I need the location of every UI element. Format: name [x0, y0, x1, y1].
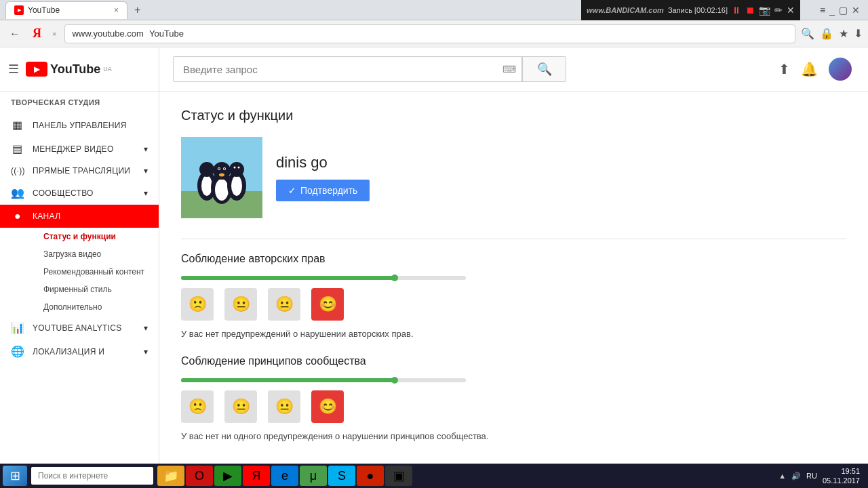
strike-face-2: 😐: [224, 288, 257, 321]
new-tab-button[interactable]: +: [130, 3, 144, 18]
toolbar-icons: 🔍 🔒 ★ ⬇: [801, 27, 863, 40]
notification-bell-icon[interactable]: 🔔: [801, 61, 818, 77]
svg-point-6: [215, 179, 229, 201]
community-section: Соблюдение принципов сообщества 🙁 😐 😐 😊 …: [181, 355, 846, 441]
star-icon[interactable]: ★: [839, 27, 848, 40]
search-area: ⌨ 🔍: [159, 56, 778, 82]
branding-label: Фирменный стиль: [43, 285, 112, 294]
svg-point-16: [234, 167, 236, 169]
page-wrapper: ☰ ▶ YouTube UA ⌨ 🔍 ⬆ 🔔: [0, 47, 868, 488]
close-window-icon[interactable]: ✕: [852, 5, 860, 16]
search-toolbar-icon[interactable]: 🔍: [801, 27, 814, 40]
sidebar-channel-label: КАНАЛ: [33, 211, 60, 221]
status-label: Статус и функции: [43, 232, 116, 241]
chevron-down-icon-community: ▾: [144, 188, 148, 198]
sidebar-localization-label: ЛОКАЛИЗАЦИЯ И: [33, 347, 104, 357]
taskbar-yandex[interactable]: Я: [243, 466, 270, 486]
taskbar-app-dark[interactable]: ▣: [385, 466, 412, 486]
upload-label: Загрузка видео: [43, 249, 101, 259]
browser-tab[interactable]: YouTube ×: [5, 1, 127, 19]
chevron-down-icon-live: ▾: [144, 166, 148, 176]
upload-icon[interactable]: ⬆: [778, 61, 790, 77]
menu-icon[interactable]: ≡: [820, 5, 825, 16]
sidebar-sub-recommended[interactable]: Рекомендованный контент: [33, 263, 159, 281]
sidebar-item-localization[interactable]: 🌐 ЛОКАЛИЗАЦИЯ И ▾: [0, 340, 159, 363]
svg-point-3: [201, 176, 212, 196]
taskbar-ie[interactable]: e: [271, 466, 298, 486]
yandex-logo: Я: [30, 25, 44, 42]
sidebar-item-dashboard[interactable]: ▦ ПАНЕЛЬ УПРАВЛЕНИЯ: [0, 113, 159, 137]
address-bar[interactable]: www.youtube.com YouTube: [64, 24, 795, 43]
sidebar-item-community[interactable]: 👥 СООБЩЕСТВО ▾: [0, 181, 159, 205]
minimize-icon[interactable]: _: [829, 5, 835, 16]
lang-indicator: RU: [806, 472, 817, 480]
page-title: Статус и функции: [181, 108, 846, 123]
bandicam-edit-icon: ✏: [774, 5, 783, 16]
sidebar-analytics-label: YOUTUBE ANALYTICS: [33, 323, 122, 333]
chevron-down-icon-localization: ▾: [144, 347, 148, 357]
user-avatar[interactable]: [829, 58, 852, 81]
start-button[interactable]: ⊞: [3, 466, 27, 486]
taskbar-utorrent[interactable]: μ: [300, 466, 327, 486]
localization-icon: 🌐: [11, 345, 24, 358]
hamburger-menu[interactable]: ☰: [8, 62, 19, 77]
community-progress-track: [181, 378, 466, 382]
yt-icon: ▶: [26, 62, 47, 77]
copyright-title: Соблюдение авторских прав: [181, 253, 846, 265]
youtube-logo[interactable]: ▶ YouTube UA: [26, 62, 112, 77]
keyboard-icon[interactable]: ⌨: [497, 57, 522, 81]
yt-ua-label: UA: [103, 66, 112, 73]
taskbar-winamp[interactable]: ▶: [214, 466, 241, 486]
tab-close-button[interactable]: ×: [114, 5, 119, 15]
download-icon[interactable]: ⬇: [854, 27, 863, 40]
chevron-down-icon-analytics: ▾: [144, 323, 148, 333]
sidebar-item-channel[interactable]: ● КАНАЛ: [0, 205, 159, 228]
chevron-down-icon: ▾: [144, 144, 148, 154]
svg-point-11: [218, 168, 220, 169]
svg-point-8: [219, 174, 224, 177]
sidebar-item-video-manager[interactable]: ▤ МЕНЕДЖЕР ВИДЕО ▾: [0, 137, 159, 161]
analytics-icon: 📊: [11, 321, 24, 334]
taskbar-bandicam[interactable]: ●: [357, 466, 384, 486]
maximize-icon[interactable]: ▢: [839, 5, 848, 16]
sidebar-sub-advanced[interactable]: Дополнительно: [33, 298, 159, 316]
community-progress-wrap: [181, 378, 846, 382]
taskbar-skype[interactable]: S: [328, 466, 355, 486]
channel-info: dinis go ✓ Подтвердить: [276, 154, 370, 201]
address-page: YouTube: [149, 28, 184, 39]
bandicam-close-icon[interactable]: ✕: [787, 5, 795, 16]
taskbar-search-input[interactable]: [31, 467, 153, 485]
sidebar-sub-branding[interactable]: Фирменный стиль: [33, 281, 159, 298]
sidebar-sub-status[interactable]: Статус и функции: [33, 228, 159, 245]
search-button[interactable]: 🔍: [522, 57, 566, 81]
community-face-active: 😊: [311, 390, 344, 423]
sys-network-icon: 🔊: [791, 472, 801, 481]
taskbar-file-explorer[interactable]: 📁: [157, 466, 184, 486]
video-manager-icon: ▤: [11, 142, 24, 155]
live-icon: ((·)): [11, 166, 24, 176]
taskbar-system-tray: ▲ 🔊 RU 19:51 05.11.2017: [773, 466, 865, 486]
search-icon: 🔍: [537, 62, 552, 77]
dashboard-icon: ▦: [11, 119, 24, 131]
search-input[interactable]: [174, 57, 497, 81]
bandicam-bar: www.BANDICAM.com Запись [00:02:16] ⏸ ⏹ 📷…: [581, 0, 800, 20]
windows-taskbar: ⊞ 📁 O ▶ Я e μ S ● ▣ ▲ 🔊 RU 19:51 05.11.2…: [0, 464, 868, 488]
channel-avatar-image: [181, 137, 262, 218]
checkmark-icon: ✓: [288, 185, 296, 196]
sys-tray-arrow[interactable]: ▲: [778, 472, 786, 480]
sidebar-item-live[interactable]: ((·)) ПРЯМЫЕ ТРАНСЛЯЦИИ ▾: [0, 161, 159, 181]
confirm-button[interactable]: ✓ Подтвердить: [276, 180, 370, 201]
sidebar-item-analytics[interactable]: 📊 YOUTUBE ANALYTICS ▾: [0, 316, 159, 340]
bandicam-title: www.BANDICAM.com: [587, 6, 664, 14]
divider-1: [181, 239, 846, 239]
community-progress-indicator: [391, 377, 398, 384]
youtube-top-bar: ☰ ▶ YouTube UA ⌨ 🔍 ⬆ 🔔: [0, 47, 868, 92]
taskbar-opera[interactable]: O: [186, 466, 213, 486]
bandicam-record-icon: ⏸: [732, 5, 741, 16]
sidebar-sub-upload[interactable]: Загрузка видео: [33, 245, 159, 263]
back-button[interactable]: ←: [5, 25, 24, 43]
main-content: Статус и функции: [159, 92, 868, 488]
tab-close-small[interactable]: ×: [50, 28, 59, 39]
window-controls: ≡ _ ▢ ✕: [820, 5, 863, 16]
copyright-section: Соблюдение авторских прав 🙁 😐 😐 😊 У вас …: [181, 253, 846, 339]
